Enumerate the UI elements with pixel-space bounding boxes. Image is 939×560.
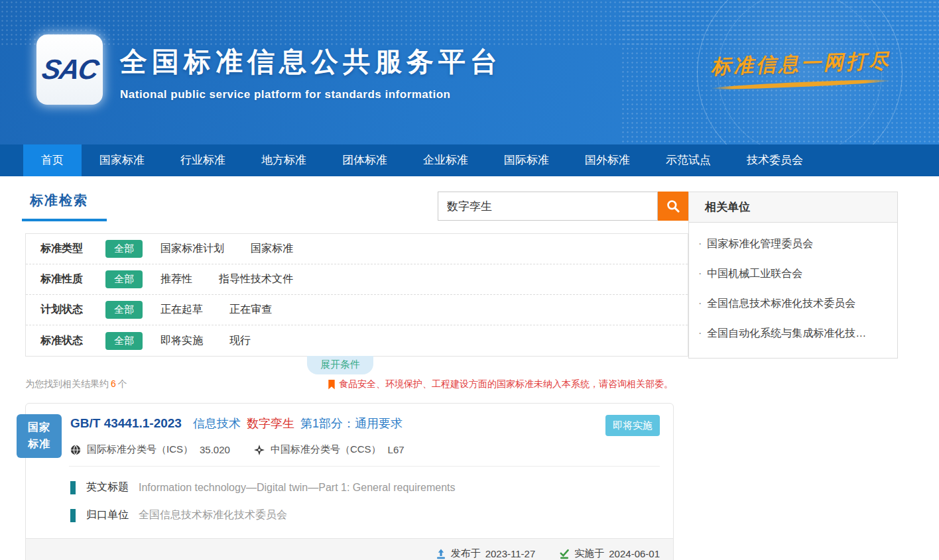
result-title-row: GB/T 43441.1-2023 信息技术 数字孪生 第1部分：通用要求 即将… [70,415,660,432]
content-area: 标准检索 标准类型 全部 [0,176,939,560]
nav-item-international-standards[interactable]: 国际标准 [486,144,567,176]
filter-label: 标准性质 [40,272,105,286]
related-unit-item[interactable]: 全国信息技术标准化技术委员会 [698,289,885,319]
related-units-panel: 相关单位 国家标准化管理委员会 中国机械工业联合会 全国信息技术标准化技术委员会… [688,192,898,359]
implemented-label: 实施于 [574,547,604,560]
main-column: 标准检索 标准类型 全部 [25,192,688,560]
published-label: 发布于 [451,547,481,560]
published-value: 2023-11-27 [485,548,536,559]
related-unit-item[interactable]: 国家标准化管理委员会 [698,229,885,259]
filter-option[interactable]: 国家标准计划 [160,242,224,256]
nav-item-national-standards[interactable]: 国家标准 [82,144,162,176]
expand-conditions-wrap: 展开条件 [25,357,688,374]
filter-option[interactable]: 推荐性 [160,272,192,286]
ics-label: 国际标准分类号（ICS） [87,443,193,456]
result-card-footer: 发布于 2023-11-27 实施于 2024-06-01 [26,538,673,560]
standard-title-part[interactable]: 第1部分：通用要求 [300,417,403,430]
ccs-label: 中国标准分类号（CCS） [271,443,381,456]
filter-all-badge[interactable]: 全部 [105,240,143,258]
filter-option[interactable]: 指导性技术文件 [219,272,293,286]
card-divider [69,466,660,467]
tab-active-underline [22,219,107,221]
results-count-suffix: 个 [118,378,127,389]
field-label: 英文标题 [86,480,129,494]
tab-standard-search-label: 标准检索 [30,193,88,207]
search-input[interactable] [438,192,658,221]
expand-conditions-button[interactable]: 展开条件 [307,356,373,374]
sac-logo-text: SAC [39,54,99,85]
slogan-text: 标准信息一网打尽 [710,47,891,80]
nav-item-enterprise-standards[interactable]: 企业标准 [405,144,486,176]
field-value: 全国信息技术标准化技术委员会 [139,508,287,522]
results-count: 为您找到相关结果约6个 [25,378,127,390]
related-units-title: 相关单位 [689,192,897,223]
filter-option[interactable]: 正在起草 [160,303,203,317]
search-icon [666,199,680,213]
filter-row-plan-status: 计划状态 全部 正在起草 正在审查 [26,295,688,325]
ccs-group: 中国标准分类号（CCS） L67 [254,443,405,456]
filter-row-nature: 标准性质 全部 推荐性 指导性技术文件 [26,264,688,295]
tab-standard-search[interactable]: 标准检索 [30,192,88,221]
implemented-date: 实施于 2024-06-01 [559,547,660,560]
page: SAC 全国标准信息公共服务平台 National public service… [0,0,939,560]
related-units-list: 国家标准化管理委员会 中国机械工业联合会 全国信息技术标准化技术委员会 全国自动… [689,223,897,358]
nav-item-group-standards[interactable]: 团体标准 [324,144,405,176]
search-box [438,192,688,221]
bookmark-icon [328,380,336,390]
status-badge: 即将实施 [605,415,660,436]
site-title: 全国标准信息公共服务平台 [120,44,502,80]
system-notice: 食品安全、环境保护、工程建设方面的国家标准未纳入本系统，请咨询相关部委。 [328,378,673,390]
nav-item-home[interactable]: 首页 [23,144,82,176]
field-row-english-title: 英文标题 Information technology—Digital twin… [70,480,660,494]
nav-item-pilot[interactable]: 示范试点 [648,144,729,176]
ccs-value: L67 [388,444,405,455]
filter-label: 标准类型 [40,242,105,256]
standard-type-line1: 国家 [28,420,50,436]
standard-title-part[interactable]: 信息技术 [193,417,241,430]
filter-option[interactable]: 正在审查 [229,303,272,317]
filter-all-badge[interactable]: 全部 [105,332,143,350]
filter-option[interactable]: 即将实施 [160,334,203,348]
results-count-prefix: 为您找到相关结果约 [25,378,109,389]
standard-type-line2: 标准 [28,436,50,453]
results-count-number: 6 [111,378,116,389]
related-unit-item[interactable]: 全国自动化系统与集成标准化技… [698,319,885,349]
banner-slogan: 标准信息一网打尽 [711,50,891,87]
results-meta: 为您找到相关结果约6个 食品安全、环境保护、工程建设方面的国家标准未纳入本系统，… [25,378,688,390]
site-banner: SAC 全国标准信息公共服务平台 National public service… [0,0,939,144]
nav-item-foreign-standards[interactable]: 国外标准 [567,144,648,176]
classification-row: 国际标准分类号（ICS） 35.020 中国标准分类号（CCS） L67 [70,443,660,456]
standard-code-link[interactable]: GB/T 43441.1-2023 [70,416,182,430]
published-date: 发布于 2023-11-27 [436,547,536,560]
globe-icon [70,445,81,455]
filter-all-badge[interactable]: 全部 [105,301,143,319]
filter-label: 标准状态 [40,334,105,348]
filter-panel: 标准类型 全部 国家标准计划 国家标准 标准性质 全部 推荐性 指导性技术文件 … [25,233,688,357]
related-unit-item[interactable]: 中国机械工业联合会 [698,259,885,289]
brand-block: 全国标准信息公共服务平台 National public service pla… [120,44,502,101]
result-card-body: GB/T 43441.1-2023 信息技术 数字孪生 第1部分：通用要求 即将… [26,404,673,538]
search-row: 标准检索 [25,192,688,233]
nav-item-local-standards[interactable]: 地方标准 [243,144,324,176]
compass-icon [254,445,265,455]
check-icon [559,549,570,559]
nav-item-industry-standards[interactable]: 行业标准 [162,144,243,176]
filter-option[interactable]: 国家标准 [251,242,293,256]
nav-item-technical-committee[interactable]: 技术委员会 [729,144,821,176]
field-accent-bar [70,481,76,494]
filter-option[interactable]: 现行 [229,334,251,348]
result-card: 国家 标准 GB/T 43441.1-2023 信息技术 数字孪生 第1部分：通… [25,403,674,560]
site-subtitle: National public service platform for sta… [120,88,502,101]
filter-all-badge[interactable]: 全部 [105,270,143,288]
standard-type-badge: 国家 标准 [17,414,62,458]
filter-row-type: 标准类型 全部 国家标准计划 国家标准 [26,234,688,264]
field-label: 归口单位 [86,508,129,522]
ics-value: 35.020 [200,444,230,455]
implemented-value: 2024-06-01 [609,548,660,559]
main-nav: 首页 国家标准 行业标准 地方标准 团体标准 企业标准 国际标准 国外标准 示范… [0,144,939,176]
upload-icon [436,549,446,559]
field-row-committee: 归口单位 全国信息技术标准化技术委员会 [70,508,660,522]
system-notice-text: 食品安全、环境保护、工程建设方面的国家标准未纳入本系统，请咨询相关部委。 [339,378,673,390]
standard-title-highlight[interactable]: 数字孪生 [247,417,294,430]
search-button[interactable] [658,192,688,221]
